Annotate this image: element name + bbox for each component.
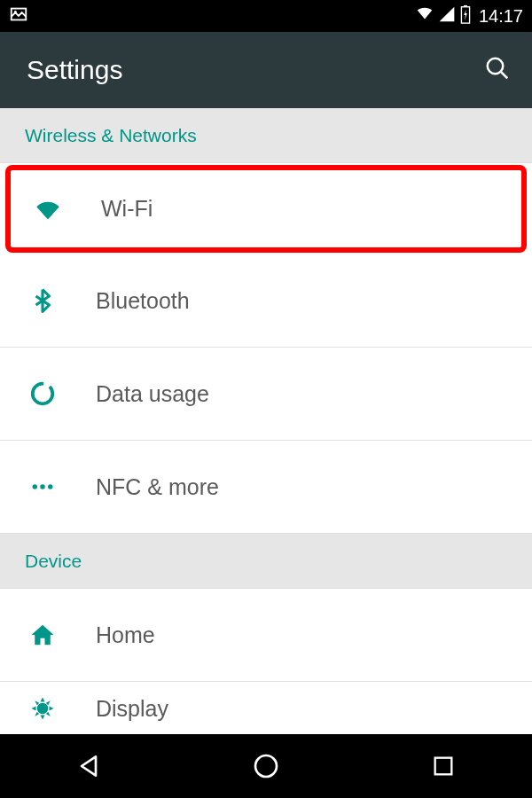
settings-label: Bluetooth bbox=[96, 288, 190, 314]
picture-icon bbox=[9, 4, 28, 27]
svg-point-7 bbox=[33, 484, 38, 489]
home-button[interactable] bbox=[248, 748, 284, 784]
svg-point-10 bbox=[37, 703, 49, 715]
bluetooth-icon bbox=[27, 285, 59, 317]
settings-item-display[interactable]: Display bbox=[0, 682, 532, 734]
svg-point-1 bbox=[14, 11, 17, 13]
search-button[interactable] bbox=[484, 55, 511, 85]
settings-item-home[interactable]: Home bbox=[0, 589, 532, 682]
section-header-device: Device bbox=[0, 534, 532, 589]
svg-point-9 bbox=[48, 484, 53, 489]
home-icon bbox=[27, 619, 59, 651]
svg-line-5 bbox=[501, 72, 508, 79]
settings-label: Wi-Fi bbox=[101, 196, 153, 222]
back-button[interactable] bbox=[71, 748, 106, 784]
display-icon bbox=[27, 692, 59, 724]
svg-rect-12 bbox=[435, 758, 452, 775]
wifi-icon bbox=[32, 193, 64, 225]
recents-button[interactable] bbox=[426, 748, 461, 784]
settings-label: Display bbox=[96, 696, 168, 722]
section-header-wireless: Wireless & Networks bbox=[0, 108, 532, 163]
section-title: Wireless & Networks bbox=[25, 125, 197, 146]
svg-point-11 bbox=[255, 755, 277, 777]
status-bar: 14:17 bbox=[0, 0, 532, 32]
data-usage-icon bbox=[27, 378, 59, 410]
status-time: 14:17 bbox=[479, 6, 523, 27]
page-title: Settings bbox=[27, 55, 122, 85]
svg-rect-3 bbox=[464, 5, 467, 7]
signal-icon bbox=[438, 5, 456, 27]
settings-item-data-usage[interactable]: Data usage bbox=[0, 348, 532, 441]
app-bar: Settings bbox=[0, 32, 532, 108]
battery-charging-icon bbox=[459, 4, 472, 27]
settings-item-wifi[interactable]: Wi-Fi bbox=[5, 165, 527, 253]
svg-point-8 bbox=[40, 484, 45, 489]
svg-point-4 bbox=[488, 59, 504, 74]
settings-item-bluetooth[interactable]: Bluetooth bbox=[0, 254, 532, 348]
settings-label: Data usage bbox=[96, 381, 209, 407]
wifi-status-icon bbox=[415, 4, 434, 27]
svg-point-6 bbox=[29, 380, 56, 407]
section-title: Device bbox=[25, 551, 82, 572]
navigation-bar bbox=[0, 734, 532, 798]
settings-item-nfc[interactable]: NFC & more bbox=[0, 441, 532, 534]
settings-label: Home bbox=[96, 622, 155, 648]
settings-label: NFC & more bbox=[96, 474, 219, 500]
more-icon bbox=[27, 471, 59, 503]
